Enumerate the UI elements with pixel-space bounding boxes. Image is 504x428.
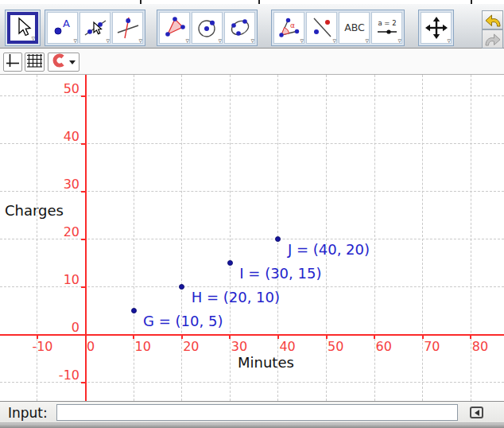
reflect-about-line-tool-button[interactable]: ▿: [306, 12, 337, 44]
polygon-icon: [163, 16, 187, 40]
tool-dropdown-arrow-icon: ▿: [332, 37, 336, 45]
tool-dropdown-arrow-icon: ▿: [397, 37, 401, 45]
geogebra-window: ▿A▿▿▿▿▿▿α▿▿ABC▿a = 2▿▿ Charges Minutes -…: [0, 0, 504, 428]
point-label-J[interactable]: J = (40, 20): [288, 242, 370, 258]
x-tick-label: -10: [32, 340, 52, 353]
y-tick-label: 40: [33, 130, 79, 143]
input-history-button[interactable]: [470, 407, 483, 418]
x-axis-tick: [229, 334, 231, 339]
undo-icon: [484, 11, 502, 29]
redo-button[interactable]: [482, 29, 503, 49]
x-tick-label: 30: [231, 340, 247, 353]
window-bottom-edge: [0, 422, 504, 428]
tool-dropdown-arrow-icon: ▿: [73, 37, 77, 45]
tool-dropdown-arrow-icon: ▿: [218, 37, 222, 45]
magnet-icon: [52, 53, 66, 71]
y-tick-label: 0: [33, 321, 79, 334]
vertical-gridline: [422, 75, 423, 401]
ellipse-through-points-tool-button[interactable]: ▿: [224, 12, 255, 44]
y-axis-tick: [81, 95, 87, 97]
x-tick-label: 20: [183, 340, 199, 353]
move-tool-button[interactable]: ▿: [7, 12, 38, 44]
dropdown-arrow-icon: [69, 60, 76, 64]
point-G[interactable]: [131, 308, 137, 313]
y-axis-tick: [81, 239, 87, 240]
x-axis-tick: [37, 334, 38, 339]
point-label-I[interactable]: I = (30, 15): [239, 266, 321, 282]
circle-icon: [196, 16, 219, 40]
show-grid-button[interactable]: [25, 53, 45, 72]
y-tick-label: 30: [33, 177, 79, 191]
tool-dropdown-arrow-icon: ▿: [447, 37, 451, 45]
tool-dropdown-arrow-icon: ▿: [300, 37, 304, 45]
y-axis-title: Charges: [5, 202, 64, 219]
left-triangle-icon: [475, 410, 479, 416]
move-view-icon: [425, 16, 448, 40]
new-point-tool-button[interactable]: A▿: [47, 12, 78, 44]
svg-text:ABC: ABC: [344, 21, 365, 33]
x-tick-label: 60: [376, 340, 392, 353]
tool-dropdown-arrow-icon: ▿: [365, 37, 369, 45]
undo-button[interactable]: [482, 10, 503, 29]
y-axis-tick: [81, 143, 87, 145]
vertical-gridline: [230, 75, 231, 401]
algebra-input-field[interactable]: [56, 404, 458, 421]
svg-text:A: A: [63, 18, 70, 29]
tool-group: ▿: [5, 10, 41, 46]
point-icon: A: [51, 16, 75, 40]
perpendicular-icon: [116, 16, 140, 40]
perpendicular-line-tool-button[interactable]: ▿: [112, 12, 143, 44]
tool-group: ▿▿▿: [157, 10, 258, 46]
text-icon: ABC: [343, 16, 366, 40]
y-tick-label: 10: [33, 273, 79, 286]
show-axes-button[interactable]: [3, 53, 22, 72]
x-tick-label: 70: [424, 340, 440, 353]
tool-dropdown-arrow-icon: ▿: [106, 37, 110, 45]
graphics-stylebar: [0, 49, 504, 75]
vertical-gridline: [181, 75, 182, 401]
tool-group: ▿: [418, 10, 454, 46]
input-bar: Input:: [0, 401, 504, 422]
y-axis-tick: [81, 286, 87, 288]
svg-text:a = 2: a = 2: [378, 19, 396, 27]
tool-dropdown-arrow-icon: ▿: [138, 37, 142, 45]
x-axis-tick: [422, 334, 424, 339]
point-label-H[interactable]: H = (20, 10): [192, 290, 280, 305]
x-axis-tick: [133, 334, 134, 339]
point-J[interactable]: [275, 236, 281, 242]
point-label-G[interactable]: G = (10, 5): [143, 313, 223, 329]
point-capturing-dropdown[interactable]: [48, 53, 79, 72]
y-tick-label: 20: [33, 225, 79, 239]
vertical-gridline: [134, 75, 134, 401]
x-axis-tick: [470, 334, 471, 339]
angle-tool-button[interactable]: α▿: [273, 12, 304, 44]
x-tick-label: 50: [328, 340, 343, 353]
vertical-gridline: [326, 75, 327, 401]
slider-tool-button[interactable]: a = 2▿: [371, 12, 402, 44]
point-I[interactable]: [227, 260, 233, 266]
vertical-gridline: [374, 75, 375, 401]
input-label: Input:: [8, 405, 48, 421]
tool-dropdown-arrow-icon: ▿: [185, 37, 189, 45]
undo-redo-panel: [482, 10, 503, 49]
insert-text-tool-button[interactable]: ABC▿: [339, 12, 370, 44]
x-tick-label: 0: [87, 340, 95, 353]
x-axis-tick: [277, 334, 279, 339]
point-H[interactable]: [179, 284, 184, 290]
line-through-two-points-tool-button[interactable]: ▿: [79, 12, 110, 44]
tool-dropdown-arrow-icon: ▿: [250, 37, 254, 45]
y-axis-tick: [81, 191, 87, 193]
axes-icon: [5, 53, 21, 72]
grid-icon: [26, 53, 43, 72]
circle-with-center-tool-button[interactable]: ▿: [192, 12, 223, 44]
y-axis-tick: [81, 382, 87, 383]
tool-group: α▿▿ABC▿a = 2▿: [271, 10, 405, 46]
polygon-tool-button[interactable]: ▿: [159, 12, 190, 44]
x-tick-label: 40: [279, 340, 295, 353]
move-graphics-view-tool-button[interactable]: ▿: [421, 12, 452, 44]
graphics-view[interactable]: Charges Minutes -10010203040506070805040…: [0, 75, 504, 401]
toolbar: ▿A▿▿▿▿▿▿α▿▿ABC▿a = 2▿▿: [0, 4, 504, 49]
redo-icon: [484, 30, 502, 48]
conic-icon: [228, 16, 252, 40]
tool-dropdown-arrow-icon: ▿: [31, 35, 35, 42]
